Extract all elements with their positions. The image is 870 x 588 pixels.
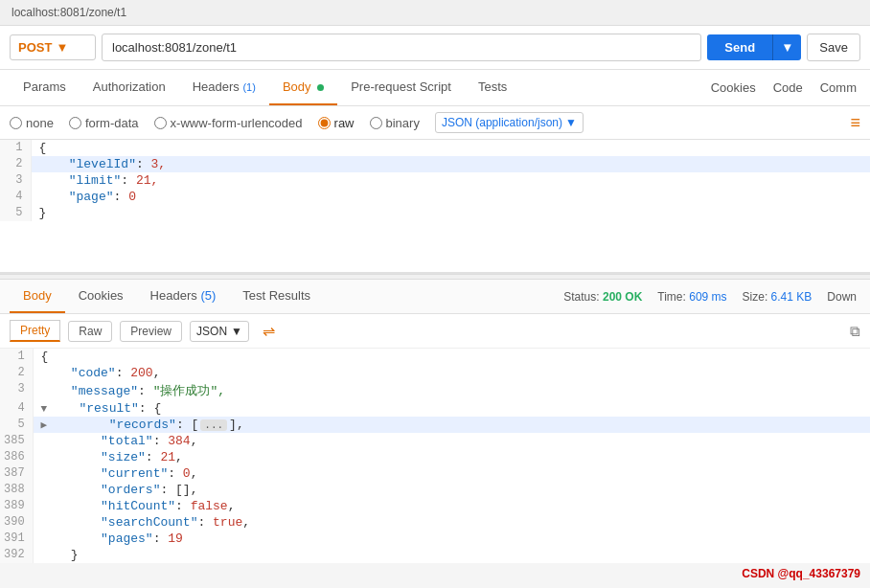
code-link[interactable]: Code [769, 71, 807, 104]
send-button[interactable]: Send [707, 34, 772, 60]
line-content: "hitCount": false, [33, 498, 870, 514]
line-content: ▼ "result": { [33, 400, 870, 417]
url-input[interactable] [102, 34, 701, 61]
line-content: "code": 200, [33, 365, 870, 381]
line-number: 5 [0, 205, 31, 221]
line-number: 389 [0, 498, 33, 514]
line-number: 386 [0, 449, 33, 465]
size-label: Size: 6.41 KB [743, 290, 813, 304]
format-raw-button[interactable]: Raw [68, 321, 112, 342]
tab-prerequest[interactable]: Pre-request Script [337, 70, 465, 105]
line-content: "page": 0 [31, 189, 870, 205]
line-content: "limit": 21, [31, 172, 870, 189]
line-content: } [33, 547, 870, 563]
method-label: POST [18, 40, 52, 55]
option-raw[interactable]: raw [318, 116, 355, 130]
download-label: Down [827, 290, 857, 304]
line-number: 3 [0, 172, 31, 189]
line-number: 1 [0, 140, 31, 156]
response-tab-testresults[interactable]: Test Results [229, 280, 324, 313]
line-number: 5 [0, 417, 33, 433]
format-preview-button[interactable]: Preview [120, 321, 182, 342]
wrap-icon[interactable]: ⇌ [263, 322, 275, 340]
request-bar: POST ▼ Send ▼ Save [0, 26, 870, 70]
request-editor[interactable]: 1 { 2 "levelId": 3, 3 "limit": 21, 4 "pa… [0, 140, 870, 274]
body-dot [317, 84, 324, 91]
line-number: 2 [0, 365, 33, 381]
body-options: none form-data x-www-form-urlencoded raw… [0, 106, 870, 140]
line-content: "orders": [], [33, 482, 870, 498]
line-number: 385 [0, 433, 33, 449]
option-form-data[interactable]: form-data [69, 116, 139, 130]
option-none[interactable]: none [10, 116, 54, 130]
response-format-bar: Pretty Raw Preview JSON ▼ ⇌ ⧉ [0, 314, 870, 349]
line-number: 4 [0, 189, 31, 205]
line-number: 387 [0, 465, 33, 482]
cookies-link[interactable]: Cookies [707, 71, 760, 104]
response-tab-cookies[interactable]: Cookies [65, 280, 137, 313]
line-number: 388 [0, 482, 33, 498]
option-binary[interactable]: binary [370, 116, 420, 130]
line-number: 2 [0, 156, 31, 172]
tab-body[interactable]: Body [269, 70, 337, 105]
request-tabs-bar: Params Authorization Headers (1) Body Pr… [0, 70, 870, 106]
send-dropdown-button[interactable]: ▼ [772, 34, 801, 60]
line-content: { [33, 349, 870, 365]
response-section: Body Cookies Headers (5) Test Results St… [0, 280, 870, 563]
line-number: 4 [0, 400, 33, 417]
response-tabs-bar: Body Cookies Headers (5) Test Results St… [0, 280, 870, 314]
expand-arrow[interactable]: ▶ [41, 419, 48, 431]
response-code-table: 1 { 2 "code": 200, 3 "message": "操作成功", … [0, 349, 870, 563]
title-url: localhost:8081/zone/t1 [11, 6, 126, 19]
comm-link[interactable]: Comm [816, 71, 860, 104]
send-btn-group: Send ▼ [707, 34, 801, 60]
save-button[interactable]: Save [807, 34, 860, 61]
format-pretty-button[interactable]: Pretty [10, 320, 60, 342]
line-number: 3 [0, 381, 33, 400]
json-type-select[interactable]: JSON (application/json) ▼ [435, 112, 584, 133]
tab-params[interactable]: Params [10, 70, 80, 105]
line-content: "levelId": 3, [31, 156, 870, 172]
time-label: Time: 609 ms [657, 290, 726, 304]
copy-icon[interactable]: ⧉ [850, 323, 860, 340]
beautify-button[interactable]: ≡ [850, 113, 860, 133]
response-tab-headers[interactable]: Headers (5) [137, 280, 230, 313]
line-content: ▶ "records": [...], [33, 417, 870, 433]
line-number: 392 [0, 547, 33, 563]
tab-tests[interactable]: Tests [465, 70, 520, 105]
headers-badge: (5) [200, 288, 216, 303]
line-number: 391 [0, 531, 33, 547]
response-editor[interactable]: 1 { 2 "code": 200, 3 "message": "操作成功", … [0, 349, 870, 563]
response-json-drop-icon: ▼ [231, 325, 242, 338]
line-content: "searchCount": true, [33, 514, 870, 531]
option-urlencoded[interactable]: x-www-form-urlencoded [154, 116, 303, 130]
title-bar: localhost:8081/zone/t1 [0, 0, 870, 26]
response-json-select[interactable]: JSON ▼ [190, 321, 249, 342]
response-status: Status: 200 OK Time: 609 ms Size: 6.41 K… [563, 290, 860, 304]
line-content: { [31, 140, 870, 156]
expand-arrow[interactable]: ▼ [41, 403, 48, 415]
request-code-table: 1 { 2 "levelId": 3, 3 "limit": 21, 4 "pa… [0, 140, 870, 221]
json-drop-icon: ▼ [565, 116, 577, 129]
status-label: Status: 200 OK [563, 290, 642, 304]
line-content: "current": 0, [33, 465, 870, 482]
collapsed-badge[interactable]: ... [200, 419, 227, 431]
response-tab-body[interactable]: Body [10, 280, 65, 313]
tab-authorization[interactable]: Authorization [80, 70, 179, 105]
line-number: 390 [0, 514, 33, 531]
line-content: "size": 21, [33, 449, 870, 465]
line-content: "pages": 19 [33, 531, 870, 547]
line-content: "message": "操作成功", [33, 381, 870, 400]
method-select[interactable]: POST ▼ [10, 34, 96, 60]
line-content: } [31, 205, 870, 221]
tab-headers[interactable]: Headers (1) [179, 70, 269, 105]
line-number: 1 [0, 349, 33, 365]
line-content: "total": 384, [33, 433, 870, 449]
method-dropdown-icon: ▼ [56, 40, 68, 55]
tabs-right: Cookies Code Comm [707, 71, 860, 104]
